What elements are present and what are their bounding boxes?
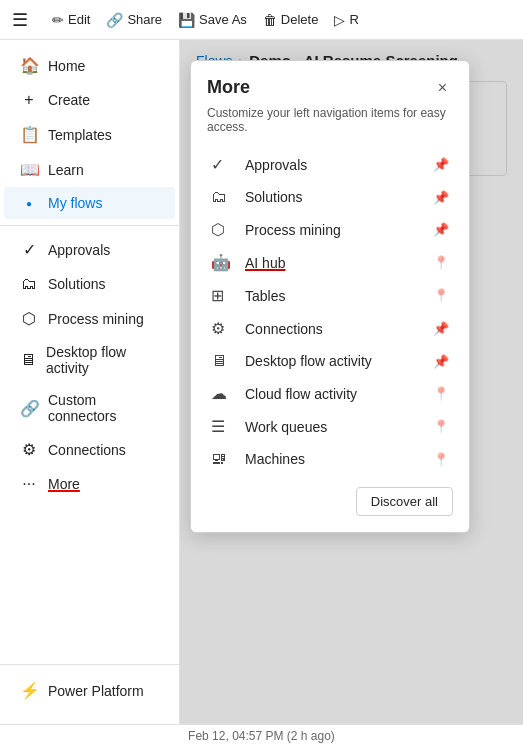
- power-platform-icon: ⚡: [20, 681, 38, 700]
- ai-hub-modal-icon: 🤖: [211, 253, 235, 272]
- connections-pin-icon[interactable]: 📌: [433, 321, 449, 336]
- connections-modal-label: Connections: [245, 321, 433, 337]
- sidebar: 🏠 Home + Create 📋 Templates 📖 Learn ● My…: [0, 40, 180, 724]
- connections-modal-icon: ⚙: [211, 319, 235, 338]
- cloud-flow-activity-modal-label: Cloud flow activity: [245, 386, 433, 402]
- ai-hub-pin-icon[interactable]: 📍: [433, 255, 449, 270]
- share-icon: 🔗: [106, 12, 123, 28]
- save-as-icon: 💾: [178, 12, 195, 28]
- modal-item-connections[interactable]: ⚙Connections📌: [207, 312, 453, 345]
- modal-title: More: [207, 77, 250, 98]
- modal-subtitle: Customize your left navigation items for…: [207, 106, 453, 134]
- solutions-pin-icon[interactable]: 📌: [433, 190, 449, 205]
- home-icon: 🏠: [20, 56, 38, 75]
- ai-hub-modal-label: AI hub: [245, 255, 433, 271]
- cloud-flow-activity-pin-icon[interactable]: 📍: [433, 386, 449, 401]
- approvals-modal-icon: ✓: [211, 155, 235, 174]
- modal-item-approvals[interactable]: ✓Approvals📌: [207, 148, 453, 181]
- approvals-pin-icon[interactable]: 📌: [433, 157, 449, 172]
- modal-header: More ×: [207, 77, 453, 98]
- my-flows-icon: ●: [20, 198, 38, 209]
- edit-icon: ✏: [52, 12, 64, 28]
- sidebar-item-custom-connectors[interactable]: 🔗 Custom connectors: [4, 384, 175, 432]
- solutions-icon: 🗂: [20, 275, 38, 293]
- discover-all-button[interactable]: Discover all: [356, 487, 453, 516]
- toolbar: ☰ ✏ Edit 🔗 Share 💾 Save As 🗑 Delete ▷ R: [0, 0, 523, 40]
- machines-modal-icon: 🖳: [211, 450, 235, 468]
- create-icon: +: [20, 91, 38, 109]
- sidebar-item-approvals[interactable]: ✓ Approvals: [4, 232, 175, 267]
- desktop-flow-activity-pin-icon[interactable]: 📌: [433, 354, 449, 369]
- custom-connectors-icon: 🔗: [20, 399, 38, 418]
- sidebar-item-learn[interactable]: 📖 Learn: [4, 152, 175, 187]
- tables-modal-icon: ⊞: [211, 286, 235, 305]
- tables-pin-icon[interactable]: 📍: [433, 288, 449, 303]
- sidebar-bottom: ⚡ Power Platform: [0, 664, 179, 716]
- edit-button[interactable]: ✏ Edit: [52, 12, 90, 28]
- sidebar-item-create[interactable]: + Create: [4, 83, 175, 117]
- cloud-flow-activity-modal-icon: ☁: [211, 384, 235, 403]
- process-mining-modal-label: Process mining: [245, 222, 433, 238]
- status-text: Feb 12, 04:57 PM (2 h ago): [188, 729, 335, 743]
- content-area: Flows › Demo - AI Resume Screening Detai…: [180, 40, 523, 724]
- approvals-icon: ✓: [20, 240, 38, 259]
- sidebar-item-power-platform[interactable]: ⚡ Power Platform: [4, 673, 175, 708]
- process-mining-pin-icon[interactable]: 📌: [433, 222, 449, 237]
- sidebar-item-templates[interactable]: 📋 Templates: [4, 117, 175, 152]
- modal-item-cloud-flow-activity[interactable]: ☁Cloud flow activity📍: [207, 377, 453, 410]
- machines-pin-icon[interactable]: 📍: [433, 452, 449, 467]
- modal-item-ai-hub[interactable]: 🤖AI hub📍: [207, 246, 453, 279]
- run-icon: ▷: [334, 12, 345, 28]
- sidebar-item-connections[interactable]: ⚙ Connections: [4, 432, 175, 467]
- work-queues-pin-icon[interactable]: 📍: [433, 419, 449, 434]
- work-queues-modal-icon: ☰: [211, 417, 235, 436]
- share-button[interactable]: 🔗 Share: [106, 12, 162, 28]
- modal-item-tables[interactable]: ⊞Tables📍: [207, 279, 453, 312]
- run-button[interactable]: ▷ R: [334, 12, 358, 28]
- learn-icon: 📖: [20, 160, 38, 179]
- more-icon: ···: [20, 475, 38, 493]
- modal-item-machines[interactable]: 🖳Machines📍: [207, 443, 453, 475]
- sidebar-divider: [0, 225, 179, 226]
- tables-modal-label: Tables: [245, 288, 433, 304]
- process-mining-modal-icon: ⬡: [211, 220, 235, 239]
- solutions-modal-label: Solutions: [245, 189, 433, 205]
- modal-item-solutions[interactable]: 🗂Solutions📌: [207, 181, 453, 213]
- approvals-modal-label: Approvals: [245, 157, 433, 173]
- machines-modal-label: Machines: [245, 451, 433, 467]
- sidebar-item-process-mining[interactable]: ⬡ Process mining: [4, 301, 175, 336]
- modal-item-work-queues[interactable]: ☰Work queues📍: [207, 410, 453, 443]
- sidebar-item-desktop-flow-activity[interactable]: 🖥 Desktop flow activity: [4, 336, 175, 384]
- discover-btn-row: Discover all: [207, 487, 453, 516]
- modal-item-process-mining[interactable]: ⬡Process mining📌: [207, 213, 453, 246]
- delete-icon: 🗑: [263, 12, 277, 28]
- process-mining-icon: ⬡: [20, 309, 38, 328]
- desktop-flow-activity-modal-label: Desktop flow activity: [245, 353, 433, 369]
- delete-button[interactable]: 🗑 Delete: [263, 12, 319, 28]
- modal-item-desktop-flow-activity[interactable]: 🖥Desktop flow activity📌: [207, 345, 453, 377]
- main-layout: 🏠 Home + Create 📋 Templates 📖 Learn ● My…: [0, 40, 523, 724]
- sidebar-item-more[interactable]: ··· More: [4, 467, 175, 501]
- solutions-modal-icon: 🗂: [211, 188, 235, 206]
- sidebar-item-my-flows[interactable]: ● My flows: [4, 187, 175, 219]
- work-queues-modal-label: Work queues: [245, 419, 433, 435]
- desktop-flow-activity-modal-icon: 🖥: [211, 352, 235, 370]
- sidebar-item-solutions[interactable]: 🗂 Solutions: [4, 267, 175, 301]
- modal-items-list: ✓Approvals📌🗂Solutions📌⬡Process mining📌🤖A…: [207, 148, 453, 475]
- templates-icon: 📋: [20, 125, 38, 144]
- sidebar-item-home[interactable]: 🏠 Home: [4, 48, 175, 83]
- status-bar: Feb 12, 04:57 PM (2 h ago): [0, 724, 523, 747]
- modal-close-button[interactable]: ×: [432, 78, 453, 98]
- more-modal: More × Customize your left navigation it…: [190, 60, 470, 533]
- desktop-flow-icon: 🖥: [20, 351, 36, 369]
- hamburger-icon[interactable]: ☰: [12, 9, 36, 31]
- save-as-button[interactable]: 💾 Save As: [178, 12, 247, 28]
- connections-icon: ⚙: [20, 440, 38, 459]
